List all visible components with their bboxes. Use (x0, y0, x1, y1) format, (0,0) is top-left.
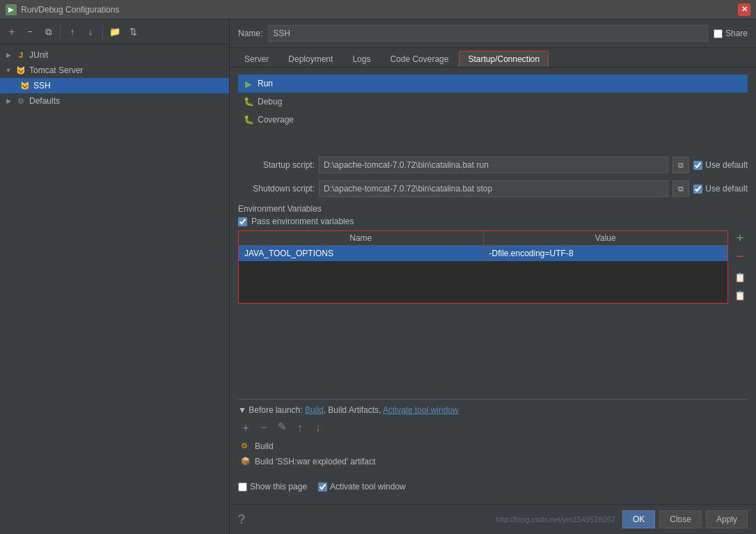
env-value-cell: -Dfile.encoding=UTF-8 (483, 246, 727, 262)
name-input[interactable] (268, 25, 708, 42)
tree-label-ssh: SSH (33, 81, 51, 91)
bl-up-button[interactable]: ↑ (292, 419, 308, 434)
right-panel: Name: Share Server Deployment Logs Code … (230, 19, 756, 534)
before-launch-items: ⚙ Build 📦 Build 'SSH:war exploded' artif… (238, 439, 748, 469)
footer-buttons: OK Close Apply (622, 510, 748, 528)
folder-button[interactable]: 📁 (107, 24, 123, 40)
defaults-icon: ⚙ (15, 95, 26, 107)
pass-env-checkbox[interactable] (238, 217, 247, 226)
bl-item-build: ⚙ Build (241, 439, 748, 454)
close-button[interactable]: Close (659, 510, 702, 528)
share-checkbox[interactable] (714, 29, 723, 38)
tree-label-tomcat: Tomcat Server (29, 65, 83, 75)
shutdown-input[interactable] (319, 180, 668, 197)
env-table-container: Name Value JAVA_TOOL_OPTIONS -Dfile.enco… (238, 230, 728, 304)
launch-mode-coverage[interactable]: 🐛 Coverage (238, 111, 748, 129)
shutdown-label: Shutdown script: (238, 184, 315, 194)
before-launch-title-text: Before launch: Build, Build Artifacts, A… (249, 405, 459, 415)
startup-use-default-checkbox[interactable] (693, 161, 702, 170)
bl-down-button[interactable]: ↓ (310, 419, 326, 434)
shutdown-use-default: Use default (693, 184, 748, 194)
move-down-button[interactable]: ↓ (83, 24, 98, 40)
tree-item-defaults[interactable]: ▶ ⚙ Defaults (0, 93, 229, 109)
coverage-label: Coverage (258, 115, 294, 125)
run-icon: ▶ (244, 79, 253, 88)
before-launch-section: ▼ Before launch: Build, Build Artifacts,… (238, 399, 748, 469)
tab-logs[interactable]: Logs (343, 51, 379, 67)
before-launch-toolbar: + − ✎ ↑ ↓ (238, 419, 748, 434)
toolbar-separator-2 (102, 26, 103, 38)
add-config-button[interactable]: + (4, 24, 19, 40)
bottom-options: Show this page Activate tool window (238, 476, 748, 497)
move-up-button[interactable]: ↑ (65, 24, 80, 40)
tree-arrow-defaults: ▶ (4, 97, 13, 104)
footer: ? http://blog.csdn.net/ym1549516057 OK C… (230, 504, 756, 534)
bl-edit-button[interactable]: ✎ (274, 419, 290, 434)
help-button[interactable]: ? (238, 512, 245, 527)
launch-mode-debug[interactable]: 🐛 Debug (238, 93, 748, 111)
ok-button[interactable]: OK (622, 510, 655, 528)
startup-use-default: Use default (693, 160, 748, 170)
startup-use-default-label: Use default (705, 160, 748, 170)
config-tree: ▶ J JUnit ▼ 🐱 Tomcat Server 🐱 SSH ▶ ⚙ De… (0, 45, 229, 534)
name-label: Name: (238, 29, 262, 38)
env-side-buttons: + − 📋 📋 (732, 230, 748, 303)
bl-remove-button[interactable]: − (256, 419, 271, 434)
ssh-icon: 🐱 (19, 80, 31, 91)
build-icon: ⚙ (241, 441, 251, 451)
copy-config-button[interactable]: ⧉ (40, 24, 56, 40)
content-area: ▶ Run 🐛 Debug 🐛 Coverage Startup script:… (230, 68, 756, 504)
apply-button[interactable]: Apply (706, 510, 748, 528)
window-close-button[interactable]: ✕ (738, 3, 750, 16)
tree-item-tomcat[interactable]: ▼ 🐱 Tomcat Server (0, 63, 229, 78)
env-table-empty-row (239, 261, 727, 303)
show-this-page-checkbox[interactable] (238, 482, 247, 492)
title-bar: ▶ Run/Debug Configurations ✕ (0, 0, 756, 19)
env-copy-button[interactable]: 📋 (732, 269, 748, 285)
bl-item-artifact: 📦 Build 'SSH:war exploded' artifact (241, 454, 748, 469)
activate-tool-window-link[interactable]: Activate tool window (383, 405, 459, 415)
show-this-page-label: Show this page (250, 482, 307, 492)
tab-startup-connection[interactable]: Startup/Connection (459, 51, 549, 67)
env-section-title: Environment Variables (238, 204, 748, 214)
debug-icon: 🐛 (244, 97, 253, 107)
name-row: Name: Share (230, 19, 756, 48)
tab-code-coverage[interactable]: Code Coverage (381, 51, 457, 67)
activate-tool-window-option: Activate tool window (318, 482, 406, 492)
startup-input[interactable] (319, 157, 668, 173)
before-launch-build-link[interactable]: Build (305, 405, 324, 415)
env-name-cell: JAVA_TOOL_OPTIONS (239, 246, 483, 262)
tree-arrow-junit: ▶ (4, 52, 13, 58)
launch-mode-run[interactable]: ▶ Run (238, 74, 748, 93)
main-container: + − ⧉ ↑ ↓ 📁 ⇅ ▶ J JUnit ▼ 🐱 Tomcat Serve… (0, 19, 756, 534)
sort-button[interactable]: ⇅ (125, 24, 141, 40)
env-add-button[interactable]: + (732, 230, 748, 246)
left-toolbar: + − ⧉ ↑ ↓ 📁 ⇅ (0, 19, 229, 45)
env-remove-button[interactable]: − (732, 249, 748, 264)
show-this-page-option: Show this page (238, 482, 307, 492)
share-label: Share (725, 29, 748, 38)
shutdown-browse-button[interactable]: ⧉ (672, 180, 689, 197)
footer-right-area: http://blog.csdn.net/ym1549516057 OK Clo… (496, 510, 748, 528)
tree-item-ssh[interactable]: 🐱 SSH (0, 78, 229, 93)
tab-deployment[interactable]: Deployment (279, 51, 342, 67)
remove-config-button[interactable]: − (22, 24, 38, 40)
bl-add-button[interactable]: + (238, 419, 253, 434)
coverage-icon: 🐛 (244, 115, 253, 125)
shutdown-use-default-label: Use default (705, 184, 748, 194)
tab-server[interactable]: Server (235, 51, 278, 67)
watermark-text: http://blog.csdn.net/ym1549516057 (496, 515, 615, 524)
startup-browse-button[interactable]: ⧉ (672, 157, 689, 173)
bl-item-artifact-label: Build 'SSH:war exploded' artifact (255, 457, 375, 466)
activate-tool-window-label: Activate tool window (330, 482, 406, 492)
tree-item-junit[interactable]: ▶ J JUnit (0, 47, 229, 63)
shutdown-use-default-checkbox[interactable] (693, 184, 702, 194)
bl-item-build-label: Build (255, 441, 274, 451)
title-bar-left: ▶ Run/Debug Configurations (6, 4, 119, 15)
activate-tool-window-checkbox[interactable] (318, 482, 327, 492)
artifact-icon: 📦 (241, 457, 251, 466)
env-table-header: Name Value (239, 231, 727, 246)
tomcat-icon: 🐱 (15, 65, 26, 76)
env-paste-button[interactable]: 📋 (732, 288, 748, 303)
env-table-row[interactable]: JAVA_TOOL_OPTIONS -Dfile.encoding=UTF-8 (239, 246, 727, 262)
